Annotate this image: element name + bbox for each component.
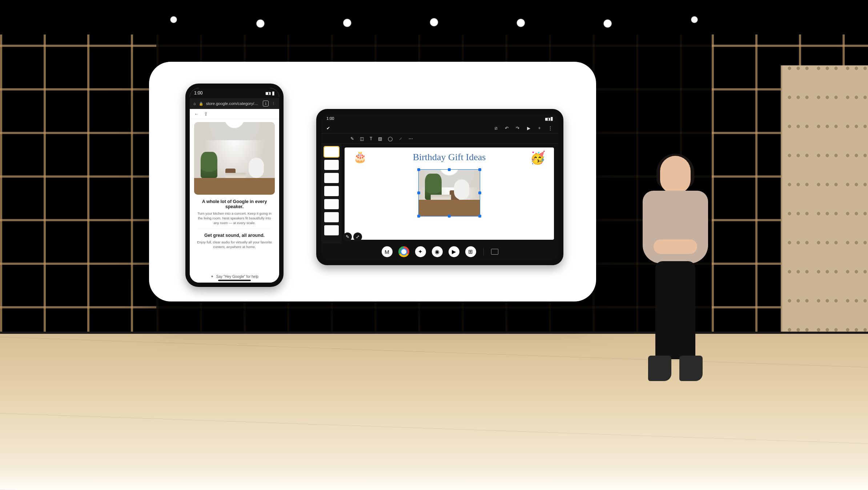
presenter [639,156,712,381]
assistant-hint[interactable]: Say "Hey Google" for help [190,274,279,279]
back-icon[interactable]: ← [194,111,199,117]
phone-clock: 1:00 [194,90,202,96]
battery-icon [550,116,553,121]
phone-status-bar: 1:00 [190,88,279,98]
gesture-bar[interactable] [218,280,251,281]
presentation-slide: 1:00 ⌂ store.google.com/category/nest...… [149,62,596,301]
chrome-icon[interactable] [398,246,409,257]
stage-lights [0,0,868,33]
signal-icon [265,90,270,96]
slide-thumb[interactable] [324,212,339,222]
phone-screen: 1:00 ⌂ store.google.com/category/nest...… [190,88,279,283]
tablet-screen: 1:00 [321,114,558,260]
slide-thumb[interactable] [324,173,339,183]
undo-icon[interactable] [504,126,510,131]
url-text[interactable]: store.google.com/category/nest... [206,101,260,106]
youtube-icon[interactable]: ▶ [449,246,459,257]
slide-thumb[interactable] [324,160,339,170]
acoustic-panel [781,65,868,341]
assistant-icon [210,275,215,279]
home-icon[interactable]: ⌂ [193,101,196,106]
textbox-icon[interactable] [370,136,372,141]
present-icon[interactable] [526,126,531,131]
browser-url-bar[interactable]: ⌂ store.google.com/category/nest... 1 [190,98,279,109]
slide-canvas[interactable]: 🎂 🥳 Birthday Gift Ideas [345,147,554,240]
slide-thumb[interactable] [324,147,339,157]
product-hero-image [194,122,275,195]
zoom-icon[interactable]: ⤢ [353,232,362,241]
stage-edge [0,332,868,334]
slide-thumbnails[interactable] [321,144,342,243]
slide-thumb[interactable] [324,225,339,235]
slide-thumb[interactable] [324,186,339,196]
phone-mockup: 1:00 ⌂ store.google.com/category/nest...… [185,84,284,287]
lattice-left [0,35,156,352]
stage-floor [0,334,868,490]
slide-thumb[interactable] [324,199,339,209]
insert-image-icon[interactable] [378,136,382,141]
signal-icon [545,117,549,121]
slide-title[interactable]: Birthday Gift Ideas [345,152,554,163]
browser-toolbar: ← ⇪ [190,109,279,119]
line-icon[interactable] [398,136,403,141]
add-slide-icon[interactable] [537,125,542,131]
cast-icon[interactable] [493,126,499,131]
select-icon[interactable] [360,136,364,141]
done-icon[interactable] [326,126,330,131]
product-sub1: Turn your kitchen into a concert. Keep i… [196,211,273,225]
editor-toolbar [321,134,558,144]
page-body[interactable]: A whole lot of Google in every speaker. … [190,119,279,283]
handwriting-icon[interactable]: ✎ [343,232,352,241]
tablet-status-bar: 1:00 [321,114,558,123]
browser-overflow-icon[interactable] [272,101,276,106]
overflow-icon[interactable] [547,126,553,131]
product-headline: A whole lot of Google in every speaker. [196,199,273,209]
lock-icon [199,101,203,106]
tabs-icon[interactable]: 1 [263,101,269,106]
tablet-dock: M ✦ ◉ ▶ ⊞ [321,243,558,260]
all-apps-icon[interactable]: ⊞ [465,246,476,257]
recent-app-icon[interactable] [491,249,498,255]
product-headline2: Get great sound, all around. [196,233,273,238]
battery-icon [272,90,275,96]
redo-icon[interactable] [515,126,521,131]
tablet-clock: 1:00 [326,116,334,121]
more-tools-icon[interactable] [409,136,413,141]
stage-photo: 1:00 ⌂ store.google.com/category/nest...… [0,0,868,490]
product-sub2: Enjoy full, clear audio for virtually al… [196,240,273,250]
divider [198,229,271,229]
camera-icon[interactable]: ◉ [432,246,443,257]
gmail-icon[interactable]: M [382,246,393,257]
canvas-fab-tools: ✎ ⤢ [343,232,362,241]
app-action-bar [321,123,558,134]
pasted-image[interactable] [418,169,480,216]
shape-icon[interactable] [388,136,393,141]
pen-icon[interactable] [350,136,354,141]
assistant-hint-text: Say "Hey Google" for help [216,275,258,279]
dock-separator [483,248,484,256]
assistant-icon[interactable]: ✦ [415,246,426,257]
share-icon[interactable]: ⇪ [204,111,208,117]
tablet-mockup: 1:00 [316,109,563,265]
